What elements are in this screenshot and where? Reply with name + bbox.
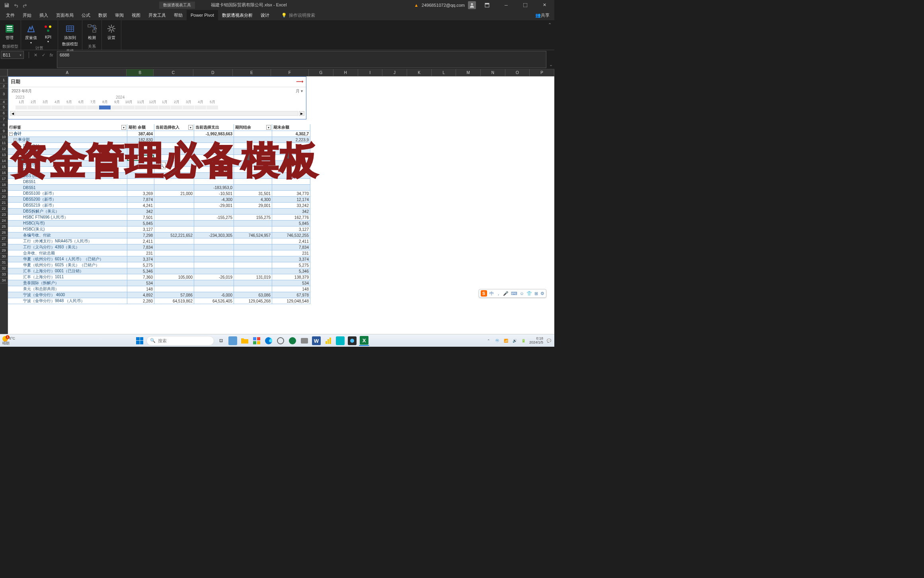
tray-ime-icon[interactable]: ㊥ [494, 338, 501, 344]
timeline-segment[interactable] [183, 105, 195, 109]
col-header-M[interactable]: M [456, 69, 481, 76]
taskbar-app-gray[interactable] [299, 336, 310, 346]
pivot-data-row[interactable]: 工行（外滩支行）NRA4675（人民币）2,4112,411 [8, 238, 310, 244]
ime-settings-icon[interactable]: ⚙ [540, 291, 544, 296]
detect-button[interactable]: 检测 [85, 22, 99, 41]
enter-formula-icon[interactable]: ✓ [40, 52, 47, 58]
row-header-13[interactable]: 13 [0, 152, 8, 158]
pivot-data-row[interactable]: HSBC FTN696 (人民币）7,501-155,275155,275162… [8, 215, 310, 221]
ribbon-tab-11[interactable]: 数据透视表分析 [218, 10, 257, 20]
ime-emoji-icon[interactable]: ☺ [520, 291, 524, 296]
measure-button[interactable]: 度量值 ▼ [23, 22, 39, 45]
timeline-segment[interactable] [195, 105, 207, 109]
timeline-segment[interactable] [207, 105, 218, 109]
timeline-segment[interactable] [39, 105, 51, 109]
date-timeline-slicer[interactable]: 日期 ⟿ 2023 年8月 月 ▾ 2023 2024 1月2月3月4月5月6月… [8, 76, 306, 119]
name-box[interactable]: B11▼ [1, 51, 24, 59]
row-header-23[interactable]: 23 [0, 212, 8, 218]
timeline-segment[interactable] [27, 105, 39, 109]
row-header-14[interactable]: 14 [0, 158, 8, 164]
account-email[interactable]: 2496851072@qq.com [422, 3, 465, 8]
row-header-1[interactable]: 1 [0, 76, 8, 84]
timeline-scroll-left[interactable]: ◀ [10, 111, 16, 116]
pivot-data-row[interactable]: DBS5219（新币）4,241-29,00129,00133,242 [8, 203, 310, 209]
word-icon[interactable]: W [311, 336, 322, 346]
ribbon-tab-8[interactable]: 开发工具 [144, 10, 170, 20]
cancel-formula-icon[interactable]: ✕ [32, 52, 39, 58]
pivot-header-rowlabels[interactable]: 行标签▼ [8, 124, 127, 131]
minimize-button[interactable]: ─ [498, 0, 514, 10]
pivot-data-row[interactable]: HSBC(马币)5,8455,845 [8, 221, 310, 227]
timeline-segment[interactable] [171, 105, 183, 109]
col-header-K[interactable]: K [407, 69, 432, 76]
filter-dropdown-icon[interactable]: ▼ [121, 125, 126, 130]
task-view-icon[interactable]: ⊡ [216, 336, 226, 346]
col-header-A[interactable]: A [8, 69, 127, 76]
col-header-F[interactable]: F [271, 69, 309, 76]
col-header-I[interactable]: I [358, 69, 383, 76]
taskbar-clock[interactable]: 0:18 2024/1/5 [529, 337, 543, 345]
row-header-28[interactable]: 28 [0, 242, 8, 248]
start-button[interactable] [135, 336, 145, 346]
undo-icon[interactable] [12, 2, 19, 9]
col-header-B[interactable]: B [127, 69, 154, 76]
settings-button[interactable]: 设置 [104, 22, 119, 41]
pivot-header-expense[interactable]: 当前选择支出 [194, 124, 234, 131]
col-header-O[interactable]: O [505, 69, 530, 76]
ribbon-tab-4[interactable]: 公式 [78, 10, 94, 20]
row-header-21[interactable]: 21 [0, 200, 8, 206]
redo-icon[interactable] [21, 2, 29, 9]
timeline-segment[interactable] [99, 105, 111, 109]
ribbon-tab-5[interactable]: 数据 [94, 10, 111, 20]
timeline-scroll-track[interactable] [16, 111, 298, 116]
tray-volume-icon[interactable]: 🔊 [512, 338, 518, 344]
ribbon-tab-10[interactable]: Power Pivot [187, 10, 218, 20]
fx-icon[interactable]: fx [48, 52, 55, 58]
ime-punct-icon[interactable]: ， [496, 291, 501, 297]
row-header-12[interactable]: 12 [0, 146, 8, 152]
timeline-scroll-right[interactable]: ▶ [299, 111, 304, 116]
warning-icon[interactable]: ▲ [414, 3, 419, 8]
pivot-header-closing[interactable]: 期末余额 [272, 124, 310, 131]
pivot-data-row[interactable]: 宁波（金华分行）9848 （人民币）2,28064,519,86264,526,… [8, 298, 310, 304]
pivot-data-row[interactable]: 美元（和总部共用）148148 [8, 286, 310, 292]
col-header-C[interactable]: C [154, 69, 193, 76]
tray-battery-icon[interactable]: 🔋 [520, 338, 527, 344]
filter-dropdown-icon[interactable]: ▼ [266, 125, 271, 130]
row-header-25[interactable]: 25 [0, 224, 8, 230]
pivot-header-net[interactable]: 期间结余▼ [234, 124, 272, 131]
collapse-ribbon-button[interactable]: ⌃ [545, 20, 554, 50]
row-header-2[interactable]: 2 [0, 84, 8, 88]
maximize-button[interactable] [517, 0, 533, 10]
row-header-16[interactable]: 16 [0, 170, 8, 176]
timeline-segment[interactable] [16, 105, 27, 109]
close-button[interactable]: ✕ [536, 0, 552, 10]
timeline-segment[interactable] [87, 105, 99, 109]
pivot-header-opening[interactable]: 期初 余额 [127, 124, 154, 131]
row-header-33[interactable]: 33 [0, 271, 8, 277]
ime-keyboard-icon[interactable]: ⌨ [511, 291, 517, 296]
taskbar-app-cyan[interactable] [335, 336, 345, 346]
formula-input[interactable]: 6888 [57, 51, 546, 68]
pivot-data-row[interactable]: 宁波（金华分行） 46004,89257,086-6,00063,08667,9… [8, 292, 310, 298]
pivot-data-row[interactable]: DBS51-183,953,0 [8, 185, 310, 191]
row-header-32[interactable]: 32 [0, 266, 8, 271]
pivot-data-row[interactable]: 工行（义乌分行）4393（美元）7,8347,834 [8, 244, 310, 250]
pivot-data-row[interactable]: DBS5100（新币）3,26921,000-10,50131,50134,77… [8, 191, 310, 197]
row-header-24[interactable]: 24 [0, 218, 8, 224]
col-header-L[interactable]: L [432, 69, 456, 76]
row-header-3[interactable]: 3 [0, 88, 8, 100]
taskbar-search[interactable]: 🔍 [146, 336, 214, 346]
share-button[interactable]: 👥 共享 [530, 10, 554, 20]
ime-toolbox-icon[interactable]: ⊞ [534, 291, 538, 296]
pivot-group-row[interactable]: −事业部 182,830 2,223,9 [8, 137, 310, 143]
manage-button[interactable]: 管理 [2, 22, 17, 41]
pivot-data-row[interactable]: DBS (hk [8, 155, 310, 161]
powerbi-icon[interactable] [323, 336, 333, 346]
pivot-header-income[interactable]: 当前选择收入▼ [154, 124, 194, 131]
worksheet-grid[interactable]: 1234567891011121314151617181920212223242… [0, 69, 554, 342]
smart-lookup-icon[interactable]: 🔍 [158, 162, 166, 169]
ribbon-tab-0[interactable]: 文件 [2, 10, 19, 20]
pivot-data-row[interactable]: DBS51 [8, 179, 310, 185]
timeline-segment[interactable] [51, 105, 63, 109]
